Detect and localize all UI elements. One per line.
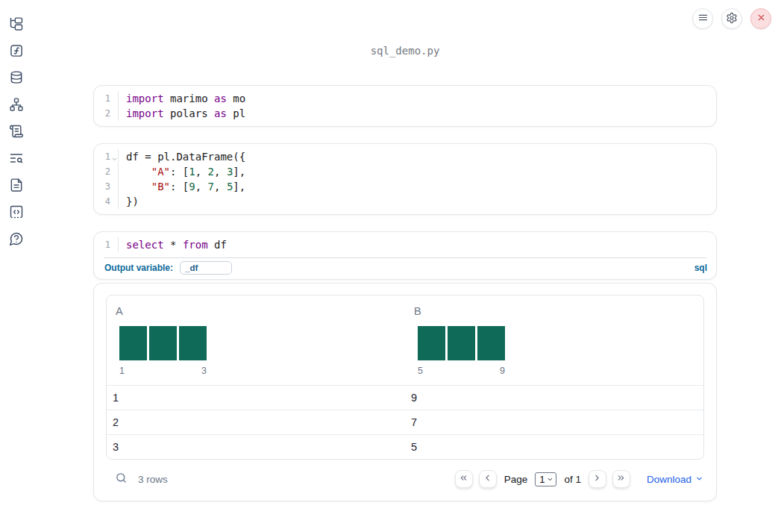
page-select[interactable]: 1 — [535, 472, 556, 486]
code-snippet-icon — [9, 204, 24, 222]
histogram-axis-label: 1 — [119, 366, 125, 376]
row-count: 3 rows — [138, 474, 168, 485]
function-square-icon — [9, 43, 24, 60]
code-text: "B": [9, 7, 5], — [119, 179, 245, 194]
column-histogram[interactable] — [418, 326, 505, 360]
fold-chevron-icon[interactable] — [111, 152, 118, 159]
histogram-axis-labels: 13 — [119, 366, 207, 376]
table-cell: 9 — [405, 386, 703, 410]
output-variable-input[interactable] — [180, 261, 232, 275]
code-text: select * from df — [119, 237, 227, 252]
line-number: 1 — [94, 91, 119, 106]
table-row[interactable]: 27 — [107, 410, 703, 434]
code-editor[interactable]: 1df = pl.DataFrame({2 "A": [1, 2, 3],3 "… — [94, 144, 716, 214]
table-cell: 1 — [107, 386, 405, 410]
document-icon — [9, 178, 24, 195]
page-label: Page — [504, 474, 528, 485]
column-header-B[interactable]: B59 — [405, 295, 703, 385]
sidebar-item-data-sources[interactable] — [9, 71, 24, 86]
histogram-axis-labels: 59 — [418, 366, 505, 376]
code-line[interactable]: 1select * from df — [94, 237, 716, 252]
chevron-down-icon — [695, 474, 703, 485]
histogram-bar — [179, 326, 207, 360]
pagination: Page 1 of 1 — [455, 470, 703, 488]
histogram-bar — [149, 326, 177, 360]
histogram-bar — [119, 326, 147, 360]
dependency-graph-icon — [9, 97, 24, 114]
chevrons-left-icon — [459, 473, 468, 485]
sidebar-item-variables[interactable] — [9, 44, 24, 59]
file-tree-icon — [9, 16, 24, 34]
first-page-button[interactable] — [455, 470, 473, 488]
settings-button[interactable] — [721, 8, 742, 29]
table-cell: 2 — [107, 410, 405, 434]
table-body: 192735 — [107, 385, 703, 459]
sidebar-item-logs[interactable] — [9, 125, 24, 140]
sidebar-item-snippets[interactable] — [9, 205, 24, 220]
code-line[interactable]: 2 "A": [1, 2, 3], — [94, 164, 716, 179]
table-row[interactable]: 19 — [107, 385, 703, 410]
code-line[interactable]: 1import marimo as mo — [94, 91, 716, 106]
sidebar-item-search[interactable] — [9, 151, 24, 166]
shutdown-button[interactable] — [750, 8, 771, 29]
cell-imports[interactable]: 1import marimo as mo2import polars as pl — [93, 85, 717, 127]
code-line[interactable]: 1df = pl.DataFrame({ — [94, 149, 716, 164]
next-page-button[interactable] — [589, 470, 606, 488]
gear-icon — [726, 12, 738, 26]
code-text: import marimo as mo — [119, 91, 245, 106]
page-select-value: 1 — [539, 474, 545, 485]
column-header-A[interactable]: A13 — [107, 295, 405, 385]
code-line[interactable]: 3 "B": [9, 7, 5], — [94, 179, 716, 194]
column-name: A — [116, 305, 396, 317]
language-badge: sql — [694, 263, 707, 273]
helper-sidebar — [0, 0, 33, 532]
chevrons-right-icon — [616, 473, 626, 485]
page-total-label: of 1 — [564, 474, 581, 485]
histogram-axis-label: 3 — [201, 366, 207, 376]
notebook: sql_demo.py 1import marimo as mo2import … — [93, 0, 717, 501]
close-icon — [756, 13, 766, 25]
line-number: 2 — [94, 164, 119, 179]
download-label: Download — [647, 474, 691, 485]
previous-page-button[interactable] — [479, 470, 497, 488]
cell-sql[interactable]: 1select * from df Output variable: sql — [93, 231, 717, 280]
last-page-button[interactable] — [612, 470, 630, 488]
scroll-text-icon — [9, 124, 24, 141]
sql-cell-footer: Output variable: sql — [94, 258, 716, 279]
table-cell: 5 — [405, 435, 703, 459]
download-button[interactable]: Download — [647, 474, 703, 485]
code-text: }) — [119, 194, 139, 209]
notebook-filename: sql_demo.py — [93, 45, 717, 57]
code-editor[interactable]: 1import marimo as mo2import polars as pl — [94, 86, 716, 126]
search-button[interactable] — [113, 471, 129, 487]
histogram-axis-label: 5 — [418, 366, 423, 376]
table-row[interactable]: 35 — [107, 434, 703, 459]
histogram-bar — [418, 326, 445, 360]
table-footer: 3 rows Page 1 — [106, 466, 704, 492]
data-table: A13B59 192735 — [106, 295, 704, 460]
help-bubble-icon — [9, 231, 24, 248]
sidebar-item-files[interactable] — [9, 17, 24, 32]
output-variable-label: Output variable: — [104, 263, 173, 273]
database-icon — [9, 70, 24, 87]
column-histogram[interactable] — [119, 326, 207, 360]
code-text: df = pl.DataFrame({ — [119, 149, 245, 164]
histogram-bar — [448, 326, 475, 360]
code-line[interactable]: 2import polars as pl — [94, 106, 716, 121]
chevron-left-icon — [483, 473, 492, 485]
table-header: A13B59 — [107, 295, 703, 385]
code-line[interactable]: 4}) — [94, 194, 716, 209]
chevron-down-icon — [547, 474, 553, 485]
histogram-axis-label: 9 — [500, 366, 505, 376]
table-cell: 7 — [405, 410, 703, 434]
column-name: B — [414, 305, 694, 317]
sidebar-item-help[interactable] — [9, 232, 24, 247]
table-cell: 3 — [107, 435, 405, 459]
cell-dataframe[interactable]: 1df = pl.DataFrame({2 "A": [1, 2, 3],3 "… — [93, 143, 717, 215]
code-editor[interactable]: 1select * from df — [94, 232, 716, 257]
line-number: 2 — [94, 106, 119, 121]
sidebar-item-dependency-graph[interactable] — [9, 98, 24, 113]
sidebar-item-documentation[interactable] — [9, 178, 24, 193]
line-number: 4 — [94, 194, 119, 209]
histogram-bar — [477, 326, 505, 360]
